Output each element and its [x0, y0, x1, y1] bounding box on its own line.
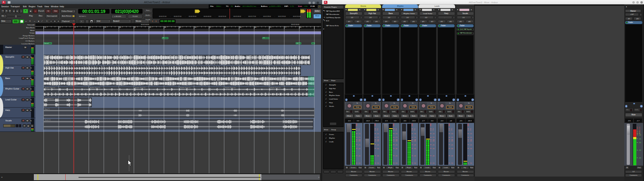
svg-text:-20: -20: [639, 141, 642, 144]
svg-text:-50: -50: [377, 162, 379, 164]
svg-text:-10: -10: [358, 133, 360, 135]
svg-text:-30: -30: [470, 148, 472, 150]
svg-text:-40: -40: [377, 155, 379, 157]
svg-text:-25: -25: [414, 144, 416, 146]
svg-text:-30: -30: [451, 148, 453, 150]
svg-text:-15: -15: [358, 136, 360, 138]
svg-text:-30: -30: [414, 148, 416, 150]
svg-text:-30: -30: [432, 148, 435, 150]
svg-text:-5: -5: [451, 129, 452, 131]
svg-text:-40: -40: [395, 155, 398, 157]
svg-text:-15: -15: [377, 136, 379, 138]
svg-text:-5: -5: [432, 129, 433, 131]
svg-text:-10: -10: [451, 133, 453, 135]
svg-text:-50: -50: [358, 162, 360, 164]
svg-text:-10: -10: [395, 133, 398, 135]
svg-text:-10: -10: [432, 133, 435, 135]
svg-text:-20: -20: [451, 140, 453, 142]
svg-text:-20: -20: [432, 140, 435, 142]
svg-text:-20: -20: [395, 140, 398, 142]
svg-text:-10: -10: [639, 134, 642, 136]
svg-text:-5: -5: [377, 129, 378, 131]
svg-text:-50: -50: [414, 162, 416, 164]
svg-text:-5: -5: [470, 129, 471, 131]
svg-text:-50: -50: [470, 162, 472, 164]
svg-text:-40: -40: [451, 155, 453, 157]
svg-text:-50: -50: [395, 162, 398, 164]
svg-text:-20: -20: [377, 140, 379, 142]
svg-text:-40: -40: [639, 157, 642, 159]
svg-text:-50: -50: [432, 162, 435, 164]
svg-text:-30: -30: [395, 148, 398, 150]
svg-text:-10: -10: [470, 133, 472, 135]
svg-text:-25: -25: [358, 144, 360, 146]
svg-text:-5: -5: [358, 129, 359, 131]
svg-text:-30: -30: [639, 149, 642, 151]
svg-text:-15: -15: [639, 138, 642, 140]
svg-text:-25: -25: [470, 144, 472, 146]
svg-text:-40: -40: [414, 155, 416, 157]
svg-text:-15: -15: [451, 136, 453, 138]
svg-text:-20: -20: [470, 140, 472, 142]
svg-text:-25: -25: [432, 144, 435, 146]
svg-text:-15: -15: [395, 136, 398, 138]
svg-text:-20: -20: [414, 140, 416, 142]
svg-text:-30: -30: [377, 148, 379, 150]
svg-text:-50: -50: [451, 162, 453, 164]
svg-text:-5: -5: [395, 129, 396, 131]
svg-text:-20: -20: [358, 140, 360, 142]
svg-text:-15: -15: [470, 136, 472, 138]
svg-text:-40: -40: [358, 155, 360, 157]
svg-text:-30: -30: [358, 148, 360, 150]
svg-text:-5: -5: [414, 129, 415, 131]
svg-text:-40: -40: [470, 155, 472, 157]
svg-text:-25: -25: [395, 144, 398, 146]
svg-text:-10: -10: [414, 133, 416, 135]
svg-text:-15: -15: [432, 136, 435, 138]
svg-text:-25: -25: [451, 144, 453, 146]
svg-text:-40: -40: [432, 155, 435, 157]
svg-text:-15: -15: [414, 136, 416, 138]
svg-text:-10: -10: [377, 133, 379, 135]
svg-text:-25: -25: [377, 144, 379, 146]
